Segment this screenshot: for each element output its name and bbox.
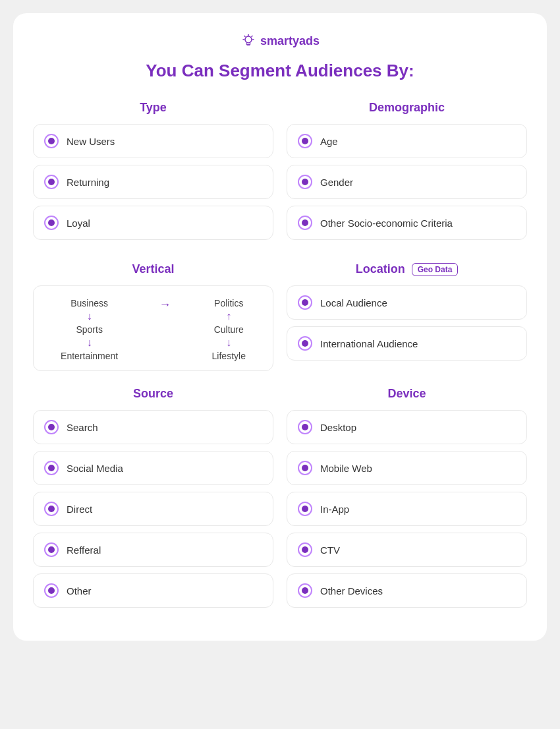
list-item: Other bbox=[33, 573, 273, 608]
item-label: Age bbox=[320, 136, 338, 147]
type-title: Type bbox=[33, 101, 273, 115]
row-source-device: Source Search Social Media Direct Reffer… bbox=[33, 387, 527, 614]
radio-inner bbox=[48, 424, 55, 430]
chain-label: Entertainment bbox=[61, 351, 118, 361]
radio-icon bbox=[44, 216, 59, 230]
list-item: Local Audience bbox=[287, 285, 527, 320]
arrow-down-icon: ↓ bbox=[87, 337, 92, 348]
item-label: CTV bbox=[320, 544, 340, 556]
radio-inner bbox=[302, 546, 308, 553]
radio-inner bbox=[302, 587, 308, 594]
source-title: Source bbox=[33, 387, 273, 401]
location-title-area: Location Geo Data bbox=[287, 262, 527, 276]
radio-inner bbox=[302, 506, 308, 512]
svg-line-3 bbox=[244, 36, 245, 37]
chain-label: Culture bbox=[214, 324, 244, 335]
radio-inner bbox=[48, 587, 55, 594]
radio-inner bbox=[302, 138, 308, 144]
radio-icon bbox=[298, 502, 312, 516]
list-item: Social Media bbox=[33, 451, 273, 485]
radio-icon bbox=[44, 420, 59, 434]
radio-icon bbox=[44, 134, 59, 148]
chain-label: Politics bbox=[214, 298, 243, 308]
radio-icon bbox=[298, 461, 312, 475]
list-item: Loyal bbox=[33, 206, 273, 240]
item-label: Desktop bbox=[320, 422, 356, 433]
demographic-column: Demographic Age Gender Other Socio-econo… bbox=[287, 101, 527, 247]
radio-icon bbox=[44, 502, 59, 516]
radio-inner bbox=[302, 424, 308, 430]
arrow-right-area: → bbox=[159, 298, 171, 316]
radio-icon bbox=[44, 461, 59, 475]
list-item: In-App bbox=[287, 492, 527, 526]
arrow-down-icon: ↓ bbox=[226, 337, 231, 348]
item-label: New Users bbox=[67, 136, 115, 147]
radio-icon bbox=[298, 420, 312, 434]
list-item: CTV bbox=[287, 533, 527, 567]
item-label: Mobile Web bbox=[320, 463, 372, 474]
type-column: Type New Users Returning Loyal bbox=[33, 101, 273, 247]
svg-point-0 bbox=[245, 36, 252, 43]
radio-inner bbox=[302, 179, 308, 185]
item-label: Other Socio-economic Criteria bbox=[320, 218, 453, 229]
radio-inner bbox=[302, 299, 308, 306]
item-label: Social Media bbox=[67, 463, 123, 474]
chain-label: Sports bbox=[76, 324, 102, 335]
item-label: International Audience bbox=[320, 338, 418, 349]
source-column: Source Search Social Media Direct Reffer… bbox=[33, 387, 273, 614]
geo-badge: Geo Data bbox=[412, 263, 459, 276]
demographic-title: Demographic bbox=[287, 101, 527, 115]
vertical-inner: Business ↓ Sports ↓ Entertainment → Poli… bbox=[40, 298, 266, 361]
radio-inner bbox=[48, 179, 55, 185]
logo-area: smartyads bbox=[33, 33, 527, 49]
row-vertical-location: Vertical Business ↓ Sports ↓ Entertainme… bbox=[33, 262, 527, 371]
radio-icon bbox=[44, 583, 59, 598]
logo-icon bbox=[240, 33, 256, 49]
arrow-down-icon: ↓ bbox=[87, 311, 92, 322]
location-title: Location bbox=[356, 262, 405, 276]
item-label: In-App bbox=[320, 504, 349, 515]
chain-label: Business bbox=[70, 298, 108, 308]
radio-inner bbox=[48, 219, 55, 226]
item-label: Other bbox=[67, 585, 92, 597]
item-label: Local Audience bbox=[320, 297, 387, 308]
item-label: Refferal bbox=[67, 544, 101, 556]
radio-inner bbox=[48, 138, 55, 144]
list-item: Returning bbox=[33, 165, 273, 199]
list-item: Desktop bbox=[287, 410, 527, 444]
right-chain: Politics ↑ Culture ↓ Lifestyle bbox=[212, 298, 246, 361]
arrow-right-icon: → bbox=[159, 298, 171, 312]
list-item: Mobile Web bbox=[287, 451, 527, 485]
radio-inner bbox=[302, 465, 308, 471]
list-item: Other Devices bbox=[287, 573, 527, 608]
radio-inner bbox=[48, 506, 55, 512]
device-column: Device Desktop Mobile Web In-App CTV Oth… bbox=[287, 387, 527, 614]
radio-icon bbox=[298, 542, 312, 557]
list-item: Refferal bbox=[33, 533, 273, 567]
item-label: Loyal bbox=[67, 218, 90, 229]
item-label: Returning bbox=[67, 177, 109, 188]
logo-text: smartyads bbox=[260, 34, 320, 48]
location-column: Location Geo Data Local Audience Interna… bbox=[287, 262, 527, 371]
row-type-demographic: Type New Users Returning Loyal Demograph… bbox=[33, 101, 527, 247]
radio-inner bbox=[302, 340, 308, 347]
device-title: Device bbox=[287, 387, 527, 401]
radio-icon bbox=[298, 583, 312, 598]
radio-inner bbox=[48, 546, 55, 553]
list-item: Search bbox=[33, 410, 273, 444]
radio-inner bbox=[48, 465, 55, 471]
vertical-title: Vertical bbox=[33, 262, 273, 276]
radio-icon bbox=[298, 216, 312, 230]
list-item: Gender bbox=[287, 165, 527, 199]
left-chain: Business ↓ Sports ↓ Entertainment bbox=[61, 298, 118, 361]
list-item: Direct bbox=[33, 492, 273, 526]
item-label: Search bbox=[67, 422, 98, 433]
radio-inner bbox=[302, 219, 308, 226]
radio-icon bbox=[298, 336, 312, 351]
chain-label: Lifestyle bbox=[212, 351, 246, 361]
list-item: New Users bbox=[33, 124, 273, 158]
radio-icon bbox=[298, 134, 312, 148]
main-title: You Can Segment Audiences By: bbox=[33, 61, 527, 81]
arrow-up-icon: ↑ bbox=[226, 311, 231, 322]
vertical-column: Vertical Business ↓ Sports ↓ Entertainme… bbox=[33, 262, 273, 371]
